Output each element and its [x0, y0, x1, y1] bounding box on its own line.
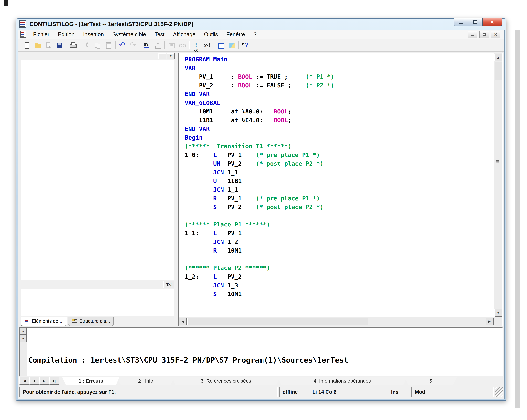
scroll-up-button[interactable]: [494, 54, 502, 62]
menu-affichage[interactable]: Affichage: [169, 31, 200, 38]
elements-listbox[interactable]: [21, 60, 174, 280]
help-cursor-button[interactable]: [241, 41, 250, 50]
open-online-button[interactable]: [44, 41, 53, 50]
panel-splitter-button[interactable]: [158, 53, 166, 59]
code-line[interactable]: (****** Place P2 ******): [185, 264, 493, 272]
run-from-button[interactable]: [202, 41, 212, 50]
menu-test[interactable]: Test: [150, 31, 169, 38]
sort-button[interactable]: t<: [164, 280, 174, 288]
monitor-button[interactable]: [167, 41, 176, 50]
menu-aide[interactable]: ?: [249, 31, 261, 38]
maximize-button[interactable]: [468, 18, 482, 26]
code-line[interactable]: (****** Transition T1 ******): [185, 142, 493, 151]
scroll-right-button[interactable]: [486, 317, 494, 325]
save-button[interactable]: [55, 41, 64, 50]
tab-elements-de-programme[interactable]: Eléments de ...: [21, 317, 67, 326]
scroll-down-button[interactable]: [494, 309, 502, 317]
undo-button[interactable]: [118, 41, 127, 50]
vertical-scroll-thumb[interactable]: [494, 62, 502, 80]
compile-button[interactable]: [142, 41, 152, 50]
window-layout-button[interactable]: [216, 41, 225, 50]
code-line[interactable]: 10M1 at %A0.0: BOOL;: [185, 107, 493, 116]
output-scrollbar[interactable]: [20, 327, 27, 376]
code-line[interactable]: VAR: [185, 64, 493, 72]
output-tab-info[interactable]: 2 : Info: [117, 377, 175, 385]
print-button[interactable]: [68, 41, 78, 50]
scroll-left-button[interactable]: [179, 317, 187, 325]
mdi-restore-button[interactable]: [479, 31, 489, 38]
redo-button[interactable]: [128, 41, 138, 50]
code-line[interactable]: 1_0: L PV_1 (* pre place P1 *): [185, 151, 493, 159]
panel-dropdown-button[interactable]: [167, 53, 175, 59]
code-line[interactable]: END_VAR: [185, 124, 493, 133]
download-button[interactable]: [153, 41, 163, 50]
new-file-button[interactable]: [22, 41, 32, 50]
output-tab-informations-operandes[interactable]: 4. Informations opérandes: [277, 377, 407, 385]
resize-grip[interactable]: [495, 387, 503, 397]
glasses-button[interactable]: [177, 41, 187, 50]
output-tab-references-croisees[interactable]: 3: Références croisées: [172, 377, 280, 385]
output-tab-erreurs[interactable]: 1 : Erreurs: [62, 377, 120, 385]
menu-fenetre[interactable]: Fenêtre: [222, 31, 249, 38]
code-line[interactable]: S 10M1: [185, 290, 493, 298]
code-line[interactable]: UN PV_2 (* post place P2 *): [185, 159, 493, 168]
code-line[interactable]: JCN 1_2: [185, 237, 493, 246]
first-tab-button[interactable]: |◀: [19, 377, 29, 385]
horizontal-scroll-thumb[interactable]: [187, 318, 368, 325]
code-line[interactable]: [185, 211, 493, 220]
overview-button[interactable]: [227, 41, 236, 50]
app-icon[interactable]: [19, 21, 26, 28]
menu-edition[interactable]: Edition: [54, 31, 79, 38]
prev-tab-button[interactable]: ◀: [29, 377, 39, 385]
horizontal-scrollbar[interactable]: [178, 317, 494, 325]
code-line[interactable]: (****** Place P1 ******): [185, 220, 493, 229]
output-tab-5[interactable]: 5: [405, 377, 457, 385]
menu-insertion[interactable]: Insertion: [79, 31, 108, 38]
next-tab-button[interactable]: ▶: [39, 377, 49, 385]
code-line[interactable]: JCN 1_1: [185, 185, 493, 194]
code-line[interactable]: R PV_1 (* pre place P1 *): [185, 194, 493, 203]
scrollbar-split-marker[interactable]: ≡: [496, 158, 499, 164]
menu-systeme-cible[interactable]: Système cible: [108, 31, 150, 38]
close-button[interactable]: ×: [482, 18, 502, 26]
cut-button[interactable]: [82, 41, 92, 50]
output-line[interactable]: Compilation : 1ertest\ST3\CPU 315F-2 PN/…: [28, 355, 502, 365]
mdi-close-button[interactable]: ×: [491, 31, 500, 38]
code-editor[interactable]: PROGRAM MainVAR PV_1 : BOOL := TRUE ; (*…: [178, 53, 503, 326]
code-line[interactable]: Begin: [185, 133, 493, 142]
output-scroll-up-button[interactable]: [20, 328, 27, 335]
compilation-output-panel[interactable]: Compilation : 1ertest\ST3\CPU 315F-2 PN/…: [19, 327, 503, 376]
last-tab-button[interactable]: ▶|: [49, 377, 59, 385]
code-line[interactable]: JCN 1_3: [185, 281, 493, 290]
run-to-button[interactable]: [191, 41, 201, 50]
menu-outils[interactable]: Outils: [200, 31, 222, 38]
browser-panel: t< Eléments de ... Structure d'a...: [19, 53, 176, 326]
tab-structure-appel[interactable]: Structure d'a...: [68, 317, 114, 326]
output-scroll-down-button[interactable]: [20, 335, 27, 342]
copy-button[interactable]: [93, 41, 102, 50]
menu-fichier[interactable]: Fichier: [29, 31, 54, 38]
code-line[interactable]: 1_2: L PV_2: [185, 272, 493, 281]
minimize-button[interactable]: [454, 18, 468, 26]
code-line[interactable]: R 10M1: [185, 246, 493, 255]
code-line[interactable]: JCN 1_1: [185, 168, 493, 177]
code-line[interactable]: END_VAR: [185, 90, 493, 98]
mdi-minimize-button[interactable]: [468, 31, 477, 38]
document-icon[interactable]: [20, 31, 26, 38]
vertical-scrollbar[interactable]: ≡: [494, 53, 502, 317]
code-line[interactable]: PV_1 : BOOL := TRUE ; (* P1 *): [185, 72, 493, 81]
paste-button[interactable]: [104, 41, 113, 50]
code-token: VAR_GLOBAL: [185, 99, 220, 106]
code-line[interactable]: PV_2 : BOOL := FALSE ; (* P2 *): [185, 81, 493, 90]
desktop-artifact: [4, 0, 8, 6]
panel-splitter[interactable]: [176, 53, 178, 326]
code-line[interactable]: 1_1: L PV_1: [185, 229, 493, 237]
open-button[interactable]: [33, 41, 42, 50]
code-line[interactable]: 11B1 at %E4.0: BOOL;: [185, 116, 493, 124]
code-line[interactable]: PROGRAM Main: [185, 55, 493, 64]
code-line[interactable]: VAR_GLOBAL: [185, 98, 493, 107]
code-line[interactable]: S PV_2 (* post place P2 *): [185, 203, 493, 211]
detail-listbox[interactable]: [21, 289, 174, 316]
code-line[interactable]: [185, 255, 493, 264]
code-line[interactable]: U 11B1: [185, 177, 493, 185]
